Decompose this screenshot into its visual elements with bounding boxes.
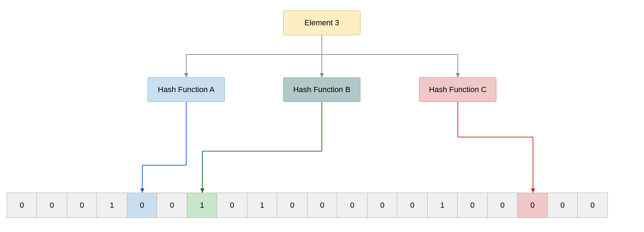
bit-cell-19: 0 xyxy=(577,193,608,218)
bit-cell-12: 0 xyxy=(367,193,398,218)
bit-cell-18: 0 xyxy=(547,193,578,218)
hash-function-b-node: Hash Function B xyxy=(283,77,360,102)
diagram-container: Element 3 Hash Function A Hash Function … xyxy=(0,0,644,232)
hash-b-label: Hash Function B xyxy=(293,85,351,94)
bit-cell-13: 0 xyxy=(397,193,428,218)
bit-cell-7: 0 xyxy=(217,193,247,218)
svg-marker-12 xyxy=(140,188,144,193)
bit-cell-6: 1 xyxy=(187,193,217,218)
hash-a-label: Hash Function A xyxy=(158,85,214,94)
bit-cell-5: 0 xyxy=(157,193,187,218)
bit-array: 00010010100000100000 xyxy=(7,193,608,218)
bit-cell-16: 0 xyxy=(487,193,518,218)
element-node: Element 3 xyxy=(283,11,360,35)
svg-marker-5 xyxy=(320,73,324,77)
bit-cell-0: 0 xyxy=(7,193,37,218)
hash-function-a-node: Hash Function A xyxy=(148,77,225,102)
bit-cell-9: 0 xyxy=(277,193,307,218)
bit-cell-4: 0 xyxy=(127,193,157,218)
bit-cell-3: 1 xyxy=(97,193,127,218)
bit-cell-11: 0 xyxy=(337,193,367,218)
bit-cell-8: 1 xyxy=(247,193,278,218)
bit-cell-15: 0 xyxy=(457,193,488,218)
svg-marker-16 xyxy=(200,188,204,193)
bit-cell-2: 0 xyxy=(67,193,97,218)
bit-cell-17: 0 xyxy=(517,193,548,218)
bit-cell-14: 1 xyxy=(427,193,458,218)
bit-cell-10: 0 xyxy=(307,193,338,218)
bit-cell-1: 0 xyxy=(37,193,67,218)
svg-marker-3 xyxy=(184,73,188,77)
hash-function-c-node: Hash Function C xyxy=(419,77,496,102)
hash-c-label: Hash Function C xyxy=(429,85,487,94)
svg-marker-8 xyxy=(456,73,460,77)
element-label: Element 3 xyxy=(304,18,339,27)
svg-marker-20 xyxy=(531,188,535,193)
